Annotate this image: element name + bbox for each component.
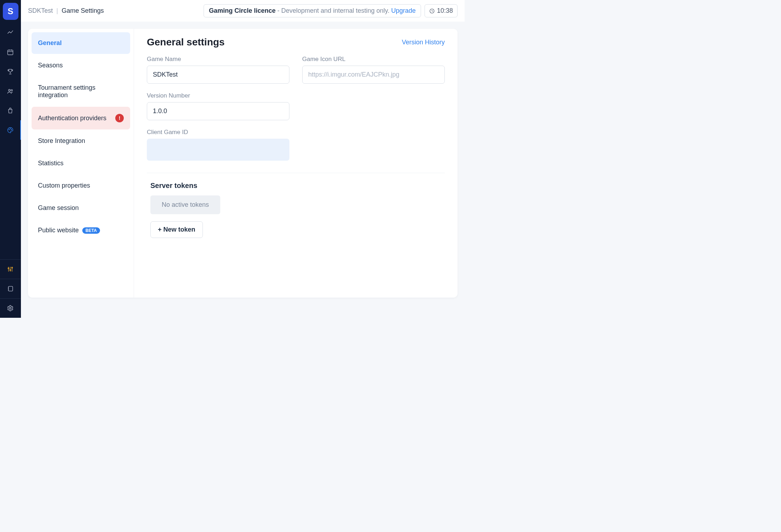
svg-point-8 [10,128,11,129]
svg-point-5 [9,89,10,91]
game-icon-input[interactable] [302,66,445,84]
settings-nav-label: Authentication providers [38,115,106,122]
settings-nav-public-website[interactable]: Public websiteBETA [32,220,130,241]
clock[interactable]: 10:38 [425,4,458,17]
settings-nav-general[interactable]: General [32,32,130,54]
settings-nav-label: Tournament settings integration [38,84,124,99]
settings-nav-authentication-providers[interactable]: Authentication providers! [32,107,130,129]
server-tokens-title: Server tokens [150,182,445,190]
svg-point-20 [9,307,11,309]
settings-nav-statistics[interactable]: Statistics [32,153,130,174]
svg-point-9 [11,129,12,130]
clock-time: 10:38 [437,7,453,15]
settings-nav-label: General [38,39,62,47]
settings-nav-label: Game session [38,204,79,212]
nav-analytics-icon[interactable] [0,23,21,42]
client-game-id-box [147,139,289,161]
version-history-link[interactable]: Version History [402,39,445,46]
settings-card: GeneralSeasonsTournament settings integr… [28,29,458,298]
licence-banner: Gaming Circle licence - Development and … [204,4,421,17]
divider [147,173,445,173]
upgrade-link[interactable]: Upgrade [391,7,416,14]
game-icon-label: Game Icon URL [302,56,445,63]
settings-nav-tournament-settings-integration[interactable]: Tournament settings integration [32,77,130,106]
nav-notebook-icon[interactable] [0,279,21,298]
server-tokens-empty: No active tokens [150,195,220,214]
nav-calendar-icon[interactable] [0,42,21,62]
nav-palette-icon[interactable] [0,120,21,140]
breadcrumb-page: Game Settings [62,7,104,15]
topbar: SDKTest | Game Settings Gaming Circle li… [21,0,465,22]
general-settings-panel: General settings Version History Game Na… [134,29,458,298]
svg-rect-16 [9,286,13,291]
settings-nav: GeneralSeasonsTournament settings integr… [28,29,134,298]
sidebar-rail: S [0,0,21,318]
game-name-label: Game Name [147,56,289,63]
breadcrumb-project[interactable]: SDKTest [28,7,53,15]
licence-description: - Development and internal testing only. [277,7,391,14]
nav-settings-icon[interactable] [0,298,21,318]
settings-nav-custom-properties[interactable]: Custom properties [32,175,130,196]
settings-nav-label: Statistics [38,160,63,167]
svg-point-7 [9,129,9,130]
alert-icon: ! [115,114,124,122]
svg-point-6 [11,89,12,91]
settings-nav-seasons[interactable]: Seasons [32,55,130,76]
clock-icon [429,8,435,14]
settings-nav-label: Seasons [38,62,63,69]
settings-nav-label: Public website [38,227,79,234]
nav-sliders-icon[interactable] [0,259,21,279]
settings-nav-label: Store Integration [38,137,85,145]
breadcrumb: SDKTest | Game Settings [28,7,104,15]
nav-users-icon[interactable] [0,81,21,101]
settings-nav-store-integration[interactable]: Store Integration [32,130,130,152]
client-game-id-label: Client Game ID [147,129,289,136]
svg-rect-0 [7,50,13,55]
version-number-input[interactable] [147,102,289,120]
version-number-label: Version Number [147,92,289,99]
page-title: General settings [147,37,225,48]
nav-trophy-icon[interactable] [0,62,21,81]
nav-shop-icon[interactable] [0,101,21,120]
beta-badge: BETA [82,227,100,234]
game-name-input[interactable] [147,66,289,84]
settings-nav-label: Custom properties [38,182,90,189]
licence-title: Gaming Circle licence [209,7,276,14]
app-logo[interactable]: S [3,3,18,20]
settings-nav-game-session[interactable]: Game session [32,197,130,219]
breadcrumb-separator: | [56,7,58,15]
new-token-button[interactable]: + New token [150,221,203,238]
